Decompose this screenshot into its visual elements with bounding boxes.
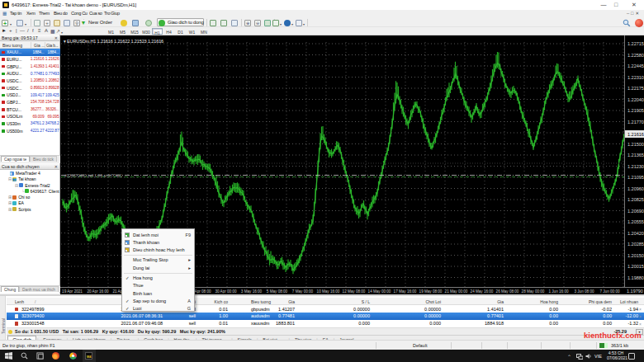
svg-text:21 May 00:00: 21 May 00:00 — [445, 289, 468, 294]
svg-text:1.20285: 1.20285 — [627, 242, 644, 247]
svg-text:1.22175: 1.22175 — [627, 86, 644, 91]
svg-text:#323079400 sell 1.00 at 0.7748: #323079400 sell 1.00 at 0.77481 — [64, 174, 122, 178]
svg-text:10 May 16:00: 10 May 16:00 — [317, 289, 340, 294]
svg-text:▾ EURUSDm,H1 1.21616 1.21622: ▾ EURUSDm,H1 1.21616 1.21622 1.21523 1.2… — [64, 39, 163, 44]
svg-text:1.22445: 1.22445 — [627, 63, 644, 68]
svg-text:1.20420: 1.20420 — [627, 231, 644, 236]
svg-text:5 May 08:00: 5 May 08:00 — [267, 289, 288, 294]
svg-text:19 May 08:00: 19 May 08:00 — [419, 289, 443, 294]
svg-text:24 May 16:00: 24 May 16:00 — [471, 289, 494, 294]
svg-text:1 Jun 16:00: 1 Jun 16:00 — [548, 289, 568, 294]
svg-text:1.20150: 1.20150 — [627, 253, 644, 258]
svg-text:1.20015: 1.20015 — [627, 264, 644, 269]
svg-text:1.22310: 1.22310 — [627, 75, 644, 80]
svg-text:26 May 08:00: 26 May 08:00 — [496, 289, 519, 294]
svg-text:1.20825: 1.20825 — [627, 197, 644, 202]
svg-text:1.20960: 1.20960 — [627, 186, 644, 191]
svg-text:1.19880: 1.19880 — [627, 275, 644, 280]
svg-text:14 May 00:00: 14 May 00:00 — [368, 289, 391, 294]
svg-text:3 May 16:00: 3 May 16:00 — [241, 289, 263, 294]
svg-text:1.19790: 1.19790 — [627, 289, 643, 294]
svg-text:1.22580: 1.22580 — [627, 53, 644, 58]
svg-text:17 May 16:00: 17 May 16:00 — [394, 289, 417, 294]
svg-text:1.21905: 1.21905 — [627, 108, 644, 113]
svg-text:1.22715: 1.22715 — [627, 41, 644, 46]
svg-text:1.21770: 1.21770 — [627, 120, 644, 125]
svg-text:1.21500: 1.21500 — [627, 142, 644, 147]
svg-text:1.20690: 1.20690 — [627, 209, 644, 214]
svg-text:20 Apr 16:00: 20 Apr 16:00 — [87, 289, 108, 294]
svg-text:28 May 00:00: 28 May 00:00 — [522, 289, 545, 294]
svg-text:1.22040: 1.22040 — [627, 97, 644, 102]
svg-text:19 Apr 2021: 19 Apr 2021 — [62, 289, 83, 294]
svg-text:1.20555: 1.20555 — [627, 219, 644, 224]
svg-text:7 May 00:00: 7 May 00:00 — [292, 289, 314, 294]
svg-text:1.21365: 1.21365 — [627, 153, 644, 157]
svg-text:30 Apr 00:00: 30 Apr 00:00 — [215, 289, 236, 294]
svg-text:12 May 08:00: 12 May 08:00 — [343, 289, 366, 294]
svg-text:1.21230: 1.21230 — [627, 164, 644, 169]
svg-text:7 Jun 00:00: 7 Jun 00:00 — [599, 289, 619, 294]
svg-text:3 Jun 08:00: 3 Jun 08:00 — [574, 289, 594, 294]
svg-text:1.21095: 1.21095 — [627, 175, 644, 180]
svg-text:1.21616: 1.21616 — [627, 132, 644, 137]
